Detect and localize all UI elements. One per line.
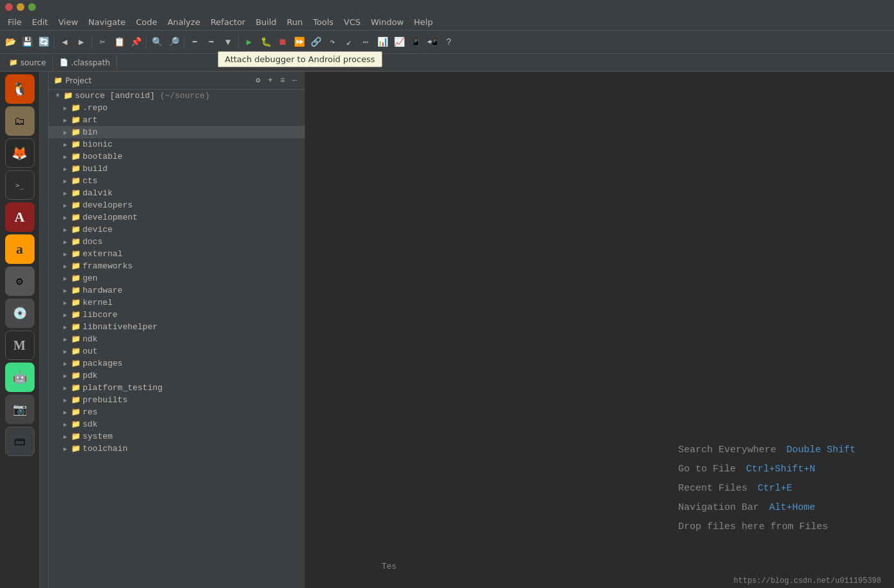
separator-5 (238, 36, 239, 49)
sync-button[interactable]: 🔄 (36, 35, 51, 50)
list-item[interactable]: ▶ 📁 platform_testing (49, 382, 305, 394)
expand-arrow: ▼ (54, 92, 61, 99)
tree-root[interactable]: ▼ 📁 source [android] (~/source) (49, 90, 305, 102)
list-item[interactable]: ▶ 📁 prebuilts (49, 394, 305, 406)
menu-view[interactable]: View (53, 16, 83, 28)
copy-button[interactable]: 📋 (111, 35, 127, 50)
project-panel: 📁 Project ⚙ + ≡ ← ▼ 📁 source [android] (… (49, 72, 305, 588)
open-folder-button[interactable]: 📂 (3, 35, 18, 50)
avd-button[interactable]: 📲 (425, 35, 440, 50)
shortcut-goto-key: Ctrl+Shift+N (746, 460, 815, 479)
toolbar: 📂 💾 🔄 ◀ ▶ ✂ 📋 📌 🔍 🔎 ⬅ ➡ ▼ ▶ 🐛 ⏹ ⏩ 🔗 ↷ ↙ … (0, 31, 894, 54)
list-item[interactable]: ▶ 📁 developers (49, 199, 305, 211)
run-button[interactable]: ▶ (241, 35, 257, 50)
stop-button[interactable]: ⏹ (275, 35, 290, 50)
menu-help[interactable]: Help (409, 16, 438, 28)
main-layout: 🐧 🗂 🦊 >_ A a ⚙ 💿 M 🤖 📷 (0, 72, 894, 588)
debug-button[interactable]: 🐛 (258, 35, 273, 50)
list-item[interactable]: ▶ 📁 pdk (49, 370, 305, 382)
list-item[interactable]: ▶ 📁 external (49, 248, 305, 260)
list-item[interactable]: ▶ 📁 libcore (49, 309, 305, 321)
coverage-button[interactable]: 📊 (375, 35, 390, 50)
dock-android[interactable]: 🤖 (5, 363, 35, 392)
list-item[interactable]: ▶ 📁 res (49, 406, 305, 418)
list-item[interactable]: ▶ 📁 system (49, 430, 305, 443)
dock-movie[interactable]: M (5, 331, 35, 360)
dock-settings[interactable]: ⚙ (5, 266, 35, 296)
project-collapse-button[interactable]: ← (290, 75, 300, 86)
dock-firefox[interactable]: 🦊 (5, 138, 35, 168)
list-item[interactable]: ▶ 📁 kernel (49, 297, 305, 309)
list-item[interactable]: ▶ 📁 bin (49, 126, 305, 138)
list-item[interactable]: ▶ 📁 dalvik (49, 187, 305, 199)
maximize-button[interactable] (28, 3, 36, 11)
list-item[interactable]: ▶ 📁 bootable (49, 151, 305, 163)
menu-build[interactable]: Build (250, 16, 282, 28)
navigate-back-button[interactable]: ⬅ (187, 35, 202, 50)
dock-workspace[interactable]: 🗃 (5, 427, 35, 456)
menu-window[interactable]: Window (366, 16, 409, 28)
list-item[interactable]: ▶ 📁 device (49, 224, 305, 236)
forward-button[interactable]: ▶ (74, 35, 89, 50)
project-tree[interactable]: ▼ 📁 source [android] (~/source) ▶ 📁 .rep… (49, 90, 305, 588)
list-item[interactable]: ▶ 📁 hardware (49, 284, 305, 297)
save-button[interactable]: 💾 (19, 35, 35, 50)
dock-disk[interactable]: 💿 (5, 298, 35, 328)
run-fast-button[interactable]: ⏩ (291, 35, 307, 50)
menu-file[interactable]: File (3, 16, 27, 28)
step-into-button[interactable]: ↙ (341, 35, 357, 50)
dock-amazon[interactable]: a (5, 234, 35, 264)
list-item[interactable]: ▶ 📁 libnativehelper (49, 321, 305, 333)
search-button[interactable]: 🔍 (149, 35, 165, 50)
list-item[interactable]: ▶ 📁 build (49, 163, 305, 175)
cut-button[interactable]: ✂ (95, 35, 110, 50)
project-title: Project (65, 76, 250, 85)
tab-classpath[interactable]: 📄 .classpath (53, 56, 117, 70)
help-button[interactable]: ? (441, 35, 457, 50)
replace-button[interactable]: 🔎 (166, 35, 181, 50)
dock-fonts[interactable]: A (5, 202, 35, 232)
list-item[interactable]: ▶ 📁 packages (49, 357, 305, 370)
list-item[interactable]: ▶ 📁 ndk (49, 333, 305, 345)
list-item[interactable]: ▶ 📁 frameworks (49, 260, 305, 272)
navigate-forward-button[interactable]: ➡ (204, 35, 219, 50)
project-add-button[interactable]: + (265, 75, 275, 86)
list-item[interactable]: ▶ 📁 sdk (49, 418, 305, 430)
list-item[interactable]: ▶ 📁 art (49, 114, 305, 126)
file-icon: 📄 (60, 58, 69, 67)
dock-files[interactable]: 🗂 (5, 106, 35, 136)
list-item[interactable]: ▶ 📁 development (49, 211, 305, 224)
dock-ubuntu[interactable]: 🐧 (5, 74, 35, 104)
sdk-button[interactable]: 📱 (408, 35, 423, 50)
menu-tools[interactable]: Tools (308, 16, 339, 28)
menu-refactor[interactable]: Refactor (206, 16, 251, 28)
menu-vcs[interactable]: VCS (339, 16, 366, 28)
paste-button[interactable]: 📌 (128, 35, 143, 50)
back-button[interactable]: ◀ (57, 35, 72, 50)
list-item[interactable]: ▶ 📁 docs (49, 236, 305, 248)
dock-camera[interactable]: 📷 (5, 395, 35, 424)
attach-debugger-button[interactable]: 🔗 (308, 35, 323, 50)
list-item[interactable]: ▶ 📁 bionic (49, 138, 305, 151)
project-options-button[interactable]: ≡ (278, 75, 288, 86)
tab-source[interactable]: 📁 source (3, 56, 53, 70)
dock-terminal[interactable]: >_ (5, 170, 35, 200)
profiler-button[interactable]: 📈 (391, 35, 407, 50)
dropdown-button[interactable]: ▼ (220, 35, 236, 50)
menu-analyze[interactable]: Analyze (162, 16, 205, 28)
list-item[interactable]: ▶ 📁 toolchain (49, 443, 305, 455)
menu-edit[interactable]: Edit (27, 16, 53, 28)
step-over-button[interactable]: ↷ (325, 35, 340, 50)
list-item[interactable]: ▶ 📁 gen (49, 272, 305, 284)
menu-code[interactable]: Code (131, 16, 162, 28)
list-item[interactable]: ▶ 📁 .repo (49, 102, 305, 114)
project-settings-button[interactable]: ⚙ (253, 74, 263, 86)
more-button[interactable]: ⋯ (358, 35, 373, 50)
minimize-button[interactable] (17, 3, 24, 11)
menu-run[interactable]: Run (282, 16, 308, 28)
list-item[interactable]: ▶ 📁 out (49, 345, 305, 357)
close-button[interactable] (5, 3, 13, 11)
shortcut-goto-label: Go to File (678, 460, 736, 479)
list-item[interactable]: ▶ 📁 cts (49, 175, 305, 187)
menu-navigate[interactable]: Navigate (83, 16, 131, 28)
